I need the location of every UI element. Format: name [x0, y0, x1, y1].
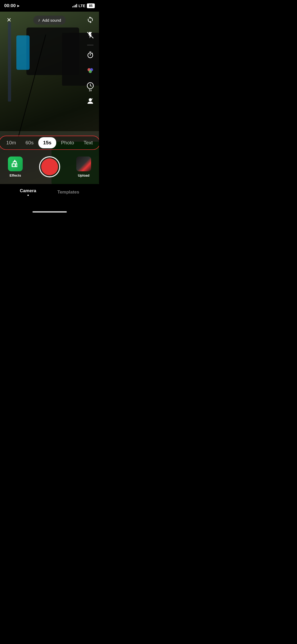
duration-selector: 10m 60s 15s Photo Text [0, 136, 99, 150]
speed-button[interactable]: 1x [85, 80, 96, 91]
divider [87, 45, 93, 45]
duration-60s[interactable]: 60s [21, 137, 39, 148]
svg-point-3 [89, 70, 92, 73]
scene-stand [8, 22, 11, 102]
battery-indicator: 85 [87, 3, 95, 8]
flip-icon [87, 16, 94, 24]
location-icon: ➤ [17, 4, 20, 8]
color-filter-icon [87, 67, 94, 74]
time-display: 00:00 [4, 3, 16, 8]
effects-icon [8, 157, 23, 171]
beauty-icon [87, 97, 94, 105]
tab-camera-label: Camera [20, 188, 36, 194]
add-sound-label: Add sound [42, 18, 61, 22]
home-indicator [32, 211, 67, 213]
tab-items: Camera Templates [20, 184, 79, 196]
svg-point-5 [89, 98, 92, 102]
beauty-button[interactable] [85, 95, 96, 107]
timer-button[interactable] [85, 49, 96, 61]
upload-mini-icon [86, 166, 90, 171]
tab-templates[interactable]: Templates [57, 190, 79, 195]
bottom-controls: Effects Upload [0, 150, 99, 184]
effects-label: Effects [10, 173, 21, 177]
svg-rect-11 [86, 166, 90, 171]
tab-camera-indicator [27, 195, 29, 196]
duration-10m[interactable]: 10m [2, 137, 21, 148]
duration-15s[interactable]: 15s [38, 137, 56, 148]
timer-icon [87, 51, 94, 59]
speed-value: 1x [89, 89, 92, 92]
speed-icon [87, 82, 94, 89]
record-inner [41, 158, 58, 175]
status-right-group: LTE 85 [72, 3, 95, 8]
top-bar: ✕ ♪ Add sound [0, 12, 99, 29]
effects-button[interactable]: Effects [8, 157, 23, 177]
effects-svg-icon [11, 160, 20, 168]
music-icon: ♪ [38, 18, 40, 22]
right-controls: 1x [85, 14, 96, 107]
status-bar: 00:00 ➤ LTE 85 [0, 0, 99, 12]
tab-templates-label: Templates [57, 190, 79, 195]
upload-label: Upload [78, 173, 89, 177]
upload-thumbnail [76, 157, 91, 171]
signal-icon [72, 4, 77, 7]
svg-point-7 [92, 98, 93, 99]
status-time: 00:00 ➤ [4, 3, 20, 8]
flash-button[interactable] [85, 30, 96, 41]
record-button[interactable] [39, 156, 60, 177]
svg-rect-10 [16, 164, 18, 166]
tab-camera[interactable]: Camera [20, 188, 36, 196]
tab-bar: Camera Templates [0, 184, 99, 215]
upload-button[interactable]: Upload [76, 157, 91, 177]
flash-off-icon [87, 31, 94, 39]
color-filter-button[interactable] [85, 65, 96, 76]
lte-label: LTE [79, 4, 85, 8]
duration-photo[interactable]: Photo [56, 137, 79, 148]
scene-joycon [16, 35, 30, 70]
close-button[interactable]: ✕ [4, 15, 14, 25]
add-sound-button[interactable]: ♪ Add sound [33, 16, 66, 25]
flip-camera-button[interactable] [85, 14, 96, 25]
svg-rect-9 [13, 164, 15, 166]
duration-text[interactable]: Text [79, 137, 98, 148]
